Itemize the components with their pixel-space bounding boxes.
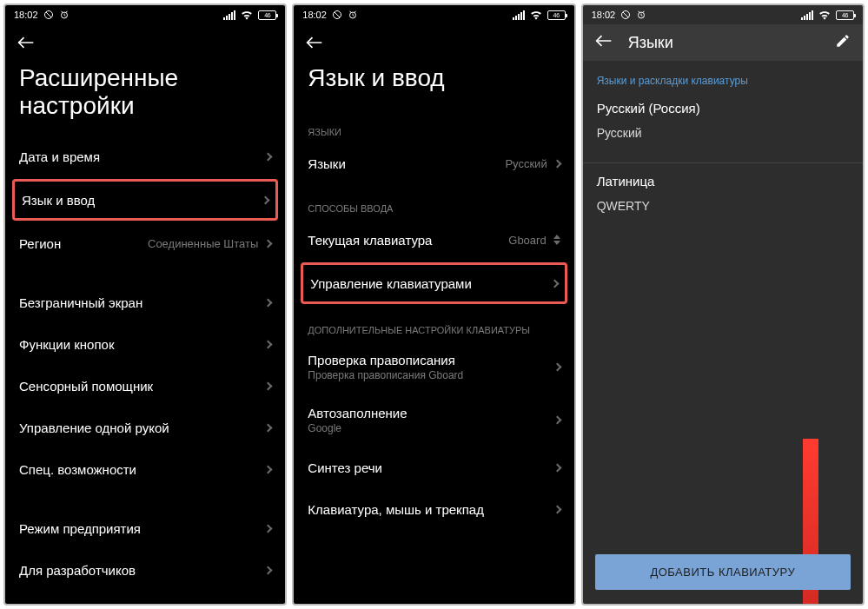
section-layouts: Языки и раскладки клавиатуры <box>583 61 863 96</box>
row-label: Синтез речи <box>308 460 382 475</box>
signal-icon <box>223 10 235 20</box>
wifi-icon <box>818 10 831 20</box>
svg-rect-21 <box>515 16 517 20</box>
row-languages[interactable]: Языки Русский <box>294 142 573 184</box>
row-autofill[interactable]: Автозаполнение Google <box>294 394 573 447</box>
row-enterprise[interactable]: Режим предприятия <box>5 507 285 549</box>
row-label: Текущая клавиатура <box>308 233 432 248</box>
row-current-keyboard[interactable]: Текущая клавиатура Gboard <box>294 219 573 261</box>
row-value: Gboard <box>508 234 546 247</box>
status-bar: 18:02 46 <box>583 5 863 24</box>
row-label: Проверка правописания <box>308 353 463 367</box>
status-bar: 18:02 46 <box>5 5 285 24</box>
row-one-hand[interactable]: Управление одной рукой <box>5 407 285 448</box>
chevron-right-icon <box>262 195 270 204</box>
svg-line-31 <box>639 11 640 12</box>
svg-rect-33 <box>801 17 803 20</box>
battery-icon: 46 <box>258 10 276 20</box>
svg-rect-34 <box>804 16 805 20</box>
add-keyboard-button[interactable]: ДОБАВИТЬ КЛАВИАТУРУ <box>595 554 851 590</box>
back-button[interactable] <box>294 24 573 56</box>
row-label: Сенсорный помощник <box>19 379 153 394</box>
svg-line-17 <box>353 16 354 17</box>
row-spellcheck[interactable]: Проверка правописания Проверка правописа… <box>294 341 573 394</box>
chevron-right-icon <box>264 423 273 432</box>
chevron-right-icon <box>264 340 273 348</box>
row-developer[interactable]: Для разработчиков <box>5 549 285 591</box>
svg-rect-35 <box>806 14 808 20</box>
row-manage-keyboards[interactable]: Управление клавиатурами <box>301 262 567 304</box>
svg-rect-22 <box>518 14 520 20</box>
svg-rect-23 <box>520 12 522 20</box>
section-additional: ДОПОЛНИТЕЛЬНЫЕ НАСТРОЙКИ КЛАВИАТУРЫ <box>294 306 573 341</box>
row-label: Языки <box>308 156 345 171</box>
row-label: Дата и время <box>19 149 100 164</box>
row-label: Регион <box>19 236 61 251</box>
row-label: Для разработчиков <box>19 563 136 578</box>
back-button[interactable] <box>5 24 285 56</box>
chevron-right-icon <box>553 159 561 168</box>
layout-primary: Латиница <box>583 169 863 194</box>
svg-line-18 <box>349 11 351 12</box>
section-languages: ЯЗЫКИ <box>294 108 573 142</box>
status-time: 18:02 <box>302 10 327 20</box>
svg-rect-37 <box>812 10 813 20</box>
dnd-icon <box>620 10 631 20</box>
svg-rect-36 <box>809 12 811 20</box>
layout-block-latin[interactable]: Латиница QWERTY <box>583 169 863 230</box>
chevron-right-icon <box>550 279 559 288</box>
row-subtitle: Проверка правописания Gboard <box>308 369 463 381</box>
section-input-methods: СПОСОБЫ ВВОДА <box>294 184 573 219</box>
svg-line-14 <box>335 12 340 17</box>
svg-line-19 <box>354 11 356 12</box>
row-date-time[interactable]: Дата и время <box>5 136 285 177</box>
svg-line-30 <box>641 16 643 17</box>
layout-block-russian[interactable]: Русский (Россия) Русский <box>583 96 863 157</box>
svg-rect-8 <box>226 16 228 20</box>
row-edge-screen[interactable]: Безграничный экран <box>5 281 285 323</box>
edit-button[interactable] <box>835 33 851 52</box>
chevron-right-icon <box>553 463 561 472</box>
chevron-right-icon <box>264 566 273 574</box>
row-label: Язык и ввод <box>22 193 95 208</box>
screen-language-input: 18:02 46 Язык и ввод ЯЗЫКИ Языки Русский… <box>292 3 575 606</box>
back-button[interactable] <box>595 35 613 50</box>
row-region[interactable]: Регион Соединенные Штаты <box>5 222 285 264</box>
signal-icon <box>513 10 525 20</box>
status-time: 18:02 <box>14 10 38 20</box>
chevron-right-icon <box>264 524 273 533</box>
svg-line-5 <box>61 11 63 12</box>
row-label: Клавиатура, мышь и трекпад <box>308 502 484 517</box>
dnd-icon <box>332 10 342 20</box>
page-title: Язык и ввод <box>294 56 573 108</box>
row-value: Соединенные Штаты <box>148 237 258 250</box>
svg-rect-7 <box>223 17 225 20</box>
row-language-input[interactable]: Язык и ввод <box>12 179 278 221</box>
wifi-icon <box>241 10 253 20</box>
signal-icon <box>801 10 813 20</box>
row-sensor-helper[interactable]: Сенсорный помощник <box>5 365 285 407</box>
row-button-funcs[interactable]: Функции кнопок <box>5 323 285 365</box>
svg-line-4 <box>64 16 66 17</box>
status-bar: 18:02 46 <box>294 5 573 24</box>
alarm-icon <box>348 10 358 20</box>
divider <box>583 162 863 163</box>
row-label: Управление одной рукой <box>19 420 169 435</box>
row-subtitle: Google <box>308 422 407 434</box>
svg-rect-11 <box>234 10 235 20</box>
row-tts[interactable]: Синтез речи <box>294 447 573 488</box>
chevron-right-icon <box>553 416 561 425</box>
row-kmt[interactable]: Клавиатура, мышь и трекпад <box>294 488 573 530</box>
layout-secondary: QWERTY <box>583 194 863 218</box>
svg-line-1 <box>46 12 51 17</box>
sort-icon <box>553 235 560 245</box>
svg-line-27 <box>623 12 628 17</box>
chevron-right-icon <box>264 298 273 307</box>
screen-keyboard-languages: 18:02 46 Языки Языки и раскладки клавиат… <box>581 3 865 606</box>
svg-rect-9 <box>229 14 230 20</box>
wifi-icon <box>530 10 542 20</box>
status-time: 18:02 <box>592 10 616 20</box>
dnd-icon <box>43 10 54 20</box>
row-accessibility[interactable]: Спец. возможности <box>5 448 285 490</box>
alarm-icon <box>636 10 646 20</box>
